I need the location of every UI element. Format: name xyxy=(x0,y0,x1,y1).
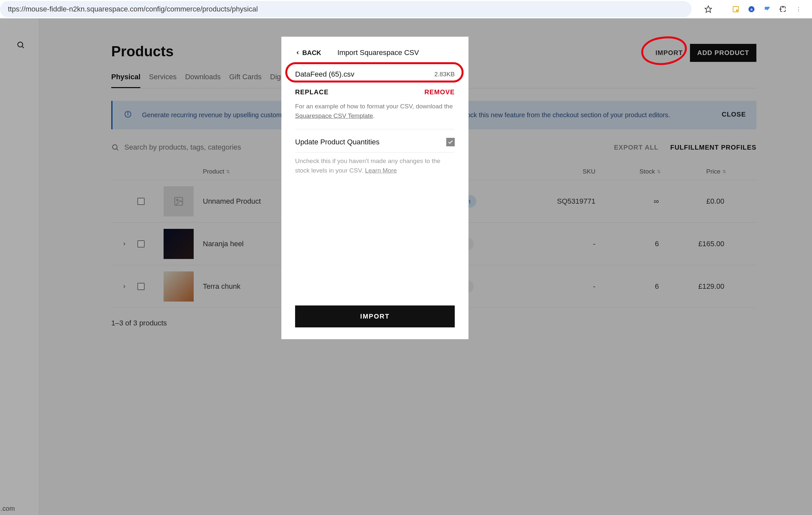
add-product-button[interactable]: ADD PRODUCT xyxy=(690,44,756,62)
modal-header: BACK Import Squarespace CSV xyxy=(295,49,455,57)
back-button[interactable]: BACK xyxy=(295,49,321,57)
tool-row-actions: EXPORT ALL FULFILLMENT PROFILES xyxy=(614,144,756,151)
help-text-1: For an example of how to format your CSV… xyxy=(295,103,453,110)
search-icon xyxy=(111,143,119,151)
col-price[interactable]: Price⇅ xyxy=(661,168,726,175)
update-qty-label: Update Product Quantities xyxy=(295,138,379,146)
selected-file-row: DataFeed (65).csv 2.83KB xyxy=(295,66,455,82)
product-sku: - xyxy=(523,282,596,291)
row-checkbox[interactable] xyxy=(137,283,145,290)
product-stock: ∞ xyxy=(596,197,661,206)
import-csv-modal: BACK Import Squarespace CSV DataFeed (65… xyxy=(281,37,468,339)
ext1-icon[interactable] xyxy=(731,5,740,13)
app-root: Products IMPORT ADD PRODUCT Physical Ser… xyxy=(0,18,812,515)
address-bar[interactable]: ttps://mouse-fiddle-n2kn.squarespace.com… xyxy=(0,1,692,17)
browser-chrome: ttps://mouse-fiddle-n2kn.squarespace.com… xyxy=(0,0,812,18)
tab-services[interactable]: Services xyxy=(149,73,176,88)
svg-point-6 xyxy=(780,8,781,10)
product-price: £129.00 xyxy=(661,282,726,291)
browser-chrome-actions: a ⋮ xyxy=(695,5,812,13)
col-price-label: Price xyxy=(706,168,720,175)
svg-point-12 xyxy=(113,145,117,149)
chrome-more-icon[interactable]: ⋮ xyxy=(794,5,803,13)
rail-search-icon[interactable] xyxy=(17,40,25,50)
svg-point-15 xyxy=(176,199,178,201)
product-price: £0.00 xyxy=(661,197,726,206)
product-sku: SQ5319771 xyxy=(523,197,596,206)
header-actions: IMPORT ADD PRODUCT xyxy=(655,44,756,62)
chevron-left-icon xyxy=(295,50,300,55)
row-expand-icon[interactable] xyxy=(111,241,137,247)
left-rail xyxy=(0,18,39,515)
product-sku: - xyxy=(523,240,596,248)
product-price: £165.00 xyxy=(661,240,726,248)
csv-template-link[interactable]: Squarespace CSV Template xyxy=(295,112,373,119)
update-qty-help: Uncheck this if you haven't made any cha… xyxy=(295,157,455,175)
tab-physical[interactable]: Physical xyxy=(111,73,140,88)
row-checkbox[interactable] xyxy=(137,240,145,247)
csv-format-help: For an example of how to format your CSV… xyxy=(295,102,455,129)
svg-rect-1 xyxy=(733,6,739,12)
ext2-icon[interactable]: a xyxy=(747,5,756,13)
back-label: BACK xyxy=(302,49,321,57)
check-icon xyxy=(447,139,454,145)
ext3-icon[interactable] xyxy=(763,5,772,13)
footer-domain-text: .com xyxy=(1,505,15,512)
fulfillment-profiles-button[interactable]: FULFILLMENT PROFILES xyxy=(670,144,756,151)
tab-gift-cards[interactable]: Gift Cards xyxy=(229,73,261,88)
import-submit-button[interactable]: IMPORT xyxy=(295,305,455,327)
svg-line-8 xyxy=(22,47,24,48)
info-icon xyxy=(124,111,132,119)
file-actions: REPLACE REMOVE xyxy=(295,88,455,96)
product-stock: 6 xyxy=(596,282,661,291)
sort-icon: ⇅ xyxy=(657,169,661,174)
modal-title: Import Squarespace CSV xyxy=(321,49,435,57)
svg-point-2 xyxy=(736,9,738,11)
col-sku[interactable]: SKU xyxy=(523,168,596,175)
product-stock: 6 xyxy=(596,240,661,248)
svg-text:a: a xyxy=(751,7,753,11)
sort-icon: ⇅ xyxy=(722,169,726,174)
col-sku-label: SKU xyxy=(583,168,596,175)
learn-more-link[interactable]: Learn More xyxy=(365,167,397,174)
svg-point-5 xyxy=(782,6,784,7)
search-input[interactable] xyxy=(124,143,281,152)
product-thumb xyxy=(164,186,194,216)
col-stock-label: Stock xyxy=(639,168,655,175)
modal-footer: IMPORT xyxy=(295,305,455,327)
row-expand-icon[interactable] xyxy=(111,284,137,289)
file-name: DataFeed (65).csv xyxy=(295,70,354,79)
col-product-label: Product xyxy=(203,168,224,175)
col-stock[interactable]: Stock⇅ xyxy=(596,168,661,175)
update-qty-checkbox[interactable] xyxy=(446,138,455,146)
export-all-button[interactable]: EXPORT ALL xyxy=(614,144,659,151)
import-link[interactable]: IMPORT xyxy=(655,49,683,57)
remove-button[interactable]: REMOVE xyxy=(424,88,455,96)
update-qty-row: Update Product Quantities xyxy=(295,138,455,153)
banner-close-button[interactable]: CLOSE xyxy=(722,111,746,118)
tab-downloads[interactable]: Downloads xyxy=(185,73,221,88)
svg-point-11 xyxy=(127,113,128,113)
product-thumb xyxy=(164,229,194,259)
svg-line-13 xyxy=(117,149,118,150)
row-checkbox[interactable] xyxy=(137,198,145,205)
replace-button[interactable]: REPLACE xyxy=(295,88,329,96)
sort-icon: ⇅ xyxy=(226,169,230,174)
url-text: ttps://mouse-fiddle-n2kn.squarespace.com… xyxy=(8,5,258,13)
file-size: 2.83KB xyxy=(434,71,455,78)
ext-puzzle-icon[interactable] xyxy=(779,5,787,13)
svg-marker-0 xyxy=(705,6,712,12)
svg-point-7 xyxy=(18,42,23,47)
star-icon[interactable] xyxy=(704,5,713,13)
product-thumb xyxy=(164,271,194,301)
search-box[interactable] xyxy=(111,143,281,152)
